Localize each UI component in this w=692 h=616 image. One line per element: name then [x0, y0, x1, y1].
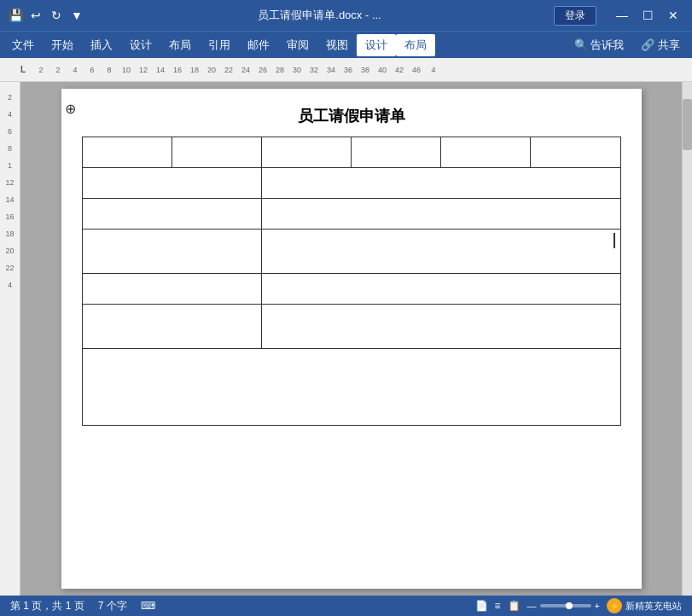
table-row: [82, 137, 620, 168]
table-cell[interactable]: [261, 137, 351, 168]
title-bar-left-icons: 💾 ↩ ↻ ▼: [7, 7, 85, 24]
menu-view[interactable]: 视图: [317, 34, 357, 56]
table-cell[interactable]: [82, 349, 620, 426]
redo-icon[interactable]: ↻: [48, 7, 65, 24]
table-row: [82, 168, 620, 199]
undo-icon[interactable]: ↩: [27, 7, 44, 24]
menu-start[interactable]: 开始: [43, 34, 82, 56]
brand-name: 新精英充电站: [625, 600, 682, 613]
table-cell[interactable]: [82, 305, 261, 349]
zoom-plus[interactable]: +: [595, 601, 600, 611]
menu-insert[interactable]: 插入: [82, 34, 121, 56]
zoom-minus[interactable]: —: [527, 601, 537, 611]
menu-layout2[interactable]: 布局: [396, 34, 435, 56]
document-page-title: 员工请假申请单: [82, 106, 621, 126]
window-controls: — ☐ ✕: [610, 3, 685, 27]
table-cell[interactable]: [261, 168, 620, 199]
document-title: 员工请假申请单.docx - ...: [85, 8, 554, 23]
table-cell[interactable]: [172, 137, 261, 168]
menu-bar: 文件 开始 插入 设计 布局 引用 邮件 审阅 视图 设计 布局 🔍 告诉我 🔗…: [0, 31, 692, 58]
table-cell[interactable]: [82, 199, 261, 230]
table-row: [82, 349, 620, 426]
login-button[interactable]: 登录: [554, 6, 596, 26]
status-bar-right: 📄 ≡ 📋 — + ⚡ 新精英充电站: [475, 598, 682, 613]
zoom-bar: — +: [527, 601, 600, 611]
page-info: 第 1 页，共 1 页: [10, 599, 84, 613]
table-cell[interactable]: [261, 305, 620, 349]
table-cell[interactable]: [261, 274, 620, 305]
close-button[interactable]: ✕: [661, 3, 685, 27]
minimize-button[interactable]: —: [610, 3, 634, 27]
scrollbar-thumb[interactable]: [683, 99, 692, 150]
move-cursor-icon[interactable]: ⊕: [65, 101, 76, 117]
more-icon[interactable]: ▼: [68, 7, 85, 24]
menu-design1[interactable]: 设计: [121, 34, 160, 56]
save-icon[interactable]: 💾: [7, 7, 24, 24]
doc-container: 2 4 6 8 1 12 14 16 18 20 22 4 ⊕ 员工请假申请单: [0, 82, 692, 596]
table-cell[interactable]: [351, 137, 440, 168]
table-cell[interactable]: [261, 230, 620, 274]
ruler-left-marker: L: [20, 65, 26, 74]
menu-mail[interactable]: 邮件: [239, 34, 278, 56]
vertical-scrollbar[interactable]: [682, 82, 692, 596]
view-icon-3[interactable]: 📋: [508, 600, 520, 612]
table-cell[interactable]: [441, 137, 531, 168]
table-row: [82, 230, 620, 274]
document-page[interactable]: ⊕ 员工请假申请单: [61, 89, 642, 589]
keyboard-icon[interactable]: ⌨: [141, 600, 155, 612]
table-cell[interactable]: [261, 199, 620, 230]
table-cell[interactable]: [82, 168, 261, 199]
brand-icon: ⚡: [607, 598, 622, 613]
table-cell[interactable]: [82, 137, 172, 168]
page-area[interactable]: ⊕ 员工请假申请单: [20, 82, 682, 596]
word-count: 7 个字: [98, 599, 127, 613]
restore-button[interactable]: ☐: [636, 3, 660, 27]
menu-references[interactable]: 引用: [200, 34, 239, 56]
menu-layout1[interactable]: 布局: [160, 34, 200, 56]
leave-form-table: [82, 137, 621, 426]
zoom-thumb: [566, 602, 573, 609]
view-icon-2[interactable]: ≡: [495, 600, 501, 612]
menu-review[interactable]: 审阅: [278, 34, 317, 56]
ruler-left: 2 4 6 8 1 12 14 16 18 20 22 4: [0, 82, 20, 596]
ruler-top-content: 2 2 4 6 8 10 12 14 16 18 20 22 24 26 28 …: [29, 66, 442, 74]
menu-share[interactable]: 🔗 共享: [632, 34, 689, 56]
menu-file[interactable]: 文件: [3, 34, 43, 56]
table-cell[interactable]: [82, 230, 261, 274]
ruler-top: L 2 2 4 6 8 10 12 14 16 18 20 22 24 26 2…: [0, 58, 692, 82]
table-row: [82, 199, 620, 230]
title-bar: 💾 ↩ ↻ ▼ 员工请假申请单.docx - ... 登录 — ☐ ✕: [0, 0, 692, 31]
menu-search[interactable]: 🔍 告诉我: [566, 34, 633, 56]
brand-logo: ⚡ 新精英充电站: [607, 598, 682, 613]
table-cell[interactable]: [531, 137, 620, 168]
menu-design2[interactable]: 设计: [357, 34, 396, 56]
view-icon-1[interactable]: 📄: [475, 600, 488, 612]
zoom-slider[interactable]: [540, 604, 591, 607]
table-row: [82, 274, 620, 305]
status-bar: 第 1 页，共 1 页 7 个字 ⌨ 📄 ≡ 📋 — + ⚡ 新精英充电站: [0, 596, 692, 616]
table-cell[interactable]: [82, 274, 261, 305]
table-row: [82, 305, 620, 349]
